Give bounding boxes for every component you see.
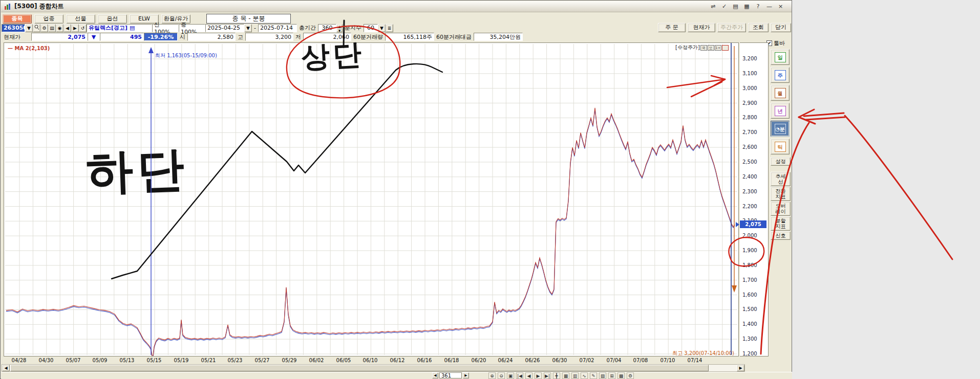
period-button-년[interactable]: 년 xyxy=(771,103,790,119)
scroll-right-button[interactable]: ▶ xyxy=(737,365,744,371)
chart-tool-icon-2[interactable]: 모 xyxy=(708,45,714,51)
prev-stock-button[interactable]: ◀ xyxy=(63,24,71,32)
close-button[interactable]: 닫기 xyxy=(771,23,791,32)
zoom-reset-icon[interactable]: ▣ xyxy=(507,372,514,379)
app-icon xyxy=(4,3,12,10)
stock-code-input[interactable]: 263050 xyxy=(2,24,25,32)
inquiry-button[interactable]: 조회 xyxy=(748,23,769,32)
settings-icon[interactable]: ⚙ xyxy=(627,372,634,379)
signal-button[interactable]: 신호 xyxy=(771,231,791,240)
titlebar[interactable]: [5300] 종합차트 ⇌✓▤▦?—× xyxy=(1,1,792,12)
minimize-icon[interactable]: — xyxy=(765,3,773,10)
date-tick-label: 06/16 xyxy=(417,358,432,363)
date-tick-label: 06/20 xyxy=(472,358,486,363)
tab-선물[interactable]: 선물 xyxy=(66,14,95,24)
grid-icon[interactable]: ⊞ xyxy=(608,372,615,379)
date-tick-label: 06/30 xyxy=(552,358,567,363)
chart-scrollbar[interactable]: ◀ ▶ xyxy=(2,364,745,372)
capture-icon[interactable]: ▩ xyxy=(617,372,625,379)
close-icon[interactable]: × xyxy=(777,3,784,10)
watch-icon[interactable]: ◉ xyxy=(56,24,63,32)
period-button-일[interactable]: 일 xyxy=(771,49,790,65)
date-from-input[interactable]: 2025-04-25 xyxy=(205,24,244,32)
tab-옵션[interactable]: 옵션 xyxy=(98,14,127,24)
date-to-input[interactable]: 2025-07-14 xyxy=(258,24,297,32)
interval-select[interactable]: 60 xyxy=(364,24,378,32)
period-button-틱[interactable]: 틱 xyxy=(771,139,790,154)
interval-dropdown-button[interactable]: ▼ xyxy=(378,24,386,32)
split-indicator-button[interactable]: 분할지표 xyxy=(771,216,791,231)
price-tick-label: 1,200 xyxy=(742,351,757,356)
change-value: 495 xyxy=(100,33,144,41)
switch-indicator-button[interactable]: 전환지표 xyxy=(771,187,791,201)
scroll-left-button[interactable]: ◀ xyxy=(2,365,10,371)
period-toolbar: 일주월년◔분틱설정추세선전환지표오버레이분할지표신호 xyxy=(770,42,792,356)
copy-window-icon[interactable]: ▤ xyxy=(48,24,56,32)
price-tick-label: 1,400 xyxy=(742,321,757,327)
price-tick-label: 2,800 xyxy=(742,115,757,120)
next-stock-button[interactable]: ▶ xyxy=(71,24,79,32)
crosshair-icon[interactable]: ╋ xyxy=(553,372,560,379)
copy-icon[interactable]: ▤ xyxy=(732,3,739,10)
gear-icon[interactable]: ⚙ xyxy=(40,24,48,32)
price-tick-label: 1,500 xyxy=(742,306,757,312)
chart-tool-icon-3[interactable]: 1+ xyxy=(715,45,721,51)
code-dropdown-button[interactable]: ▼ xyxy=(25,24,33,32)
date-tick-label: 06/10 xyxy=(363,358,378,363)
chart-plot-area[interactable] xyxy=(4,42,739,356)
ma-legend: — MA 2(2,103) xyxy=(8,46,50,51)
compare-icon[interactable]: ▦ xyxy=(562,372,569,379)
period-button-분[interactable]: ◔분 xyxy=(771,121,790,137)
trendline-button[interactable]: 추세선 xyxy=(771,172,791,186)
amount-value: 35,204만원 xyxy=(474,33,523,41)
chart-type-icon[interactable]: ▥ xyxy=(571,372,579,379)
price-axis[interactable]: 3,2003,1003,0002,9002,8002,7002,6002,500… xyxy=(740,42,769,356)
popup-copy-icon[interactable]: ▦ xyxy=(743,3,751,10)
link-icon[interactable]: ⇌ xyxy=(709,3,717,10)
document-icon[interactable]: ▤ xyxy=(130,25,135,31)
tab-업종[interactable]: 업종 xyxy=(34,14,63,24)
chart-tool-icon-1[interactable]: 국 xyxy=(700,45,707,51)
period-spin-up[interactable]: ▲ xyxy=(336,24,343,28)
volume-value: 165,118주 xyxy=(385,33,434,41)
pager-next-button[interactable]: ▶ xyxy=(463,372,469,378)
open-value: 2,580 xyxy=(187,33,236,41)
current-price-button[interactable]: 현재가 xyxy=(688,23,715,32)
interval-label: 분지수 xyxy=(343,24,364,32)
erase-icon[interactable]: ▨ xyxy=(599,372,606,379)
chart-window: [5300] 종합차트 ⇌✓▤▦?—× 종목업종선물옵션ELW환율/유가 종 목… xyxy=(0,0,792,379)
date-tick-label: 05/21 xyxy=(201,358,216,363)
period-button-주[interactable]: 주 xyxy=(771,67,790,83)
min-price-marker-label: 최저 1,163(05-15/09:00) xyxy=(155,52,217,59)
help-icon[interactable]: ? xyxy=(754,3,762,10)
high-value: 3,200 xyxy=(245,33,293,41)
tab-종목[interactable]: 종목 xyxy=(3,14,32,24)
pager-prev-button[interactable]: ◀ xyxy=(432,372,438,378)
settings-button[interactable]: 설정 xyxy=(771,157,791,166)
chart-tool-icon-4[interactable] xyxy=(722,45,729,51)
search-icon[interactable] xyxy=(33,24,40,32)
first-icon[interactable]: |◀ xyxy=(516,372,523,379)
zoom-in-icon[interactable]: ⊕ xyxy=(488,372,496,379)
list-icon[interactable]: ≣ xyxy=(386,24,393,32)
check-icon[interactable]: ✓ xyxy=(720,3,728,10)
date-tick-label: 05/09 xyxy=(93,358,108,363)
price-tick-label: 2,200 xyxy=(742,204,757,209)
last-icon[interactable]: ▶| xyxy=(544,372,551,379)
refresh-icon[interactable]: ↺ xyxy=(79,24,87,32)
prev-icon[interactable]: ◀ xyxy=(525,372,532,379)
weekly-price-button[interactable]: 주간주가 xyxy=(717,23,746,32)
overlay-button[interactable]: 오버레이 xyxy=(771,202,791,216)
draw-icon[interactable]: ✎ xyxy=(590,372,597,379)
order-button[interactable]: 주 문 xyxy=(658,23,686,32)
date-dropdown-button[interactable]: ▼ xyxy=(244,24,252,32)
line-type-icon[interactable]: ∿ xyxy=(581,372,588,379)
date-tick-label: 07/04 xyxy=(607,358,622,363)
period-spin-down[interactable]: ▼ xyxy=(336,28,343,32)
scrollbar-thumb[interactable] xyxy=(10,365,709,371)
zoom-out-icon[interactable]: ⊖ xyxy=(498,372,505,379)
period-input[interactable]: 360 xyxy=(318,24,336,32)
next-icon[interactable]: ▶ xyxy=(535,372,542,379)
period-button-월[interactable]: 월 xyxy=(771,85,790,101)
bar-count-input[interactable]: 361 xyxy=(439,372,462,378)
